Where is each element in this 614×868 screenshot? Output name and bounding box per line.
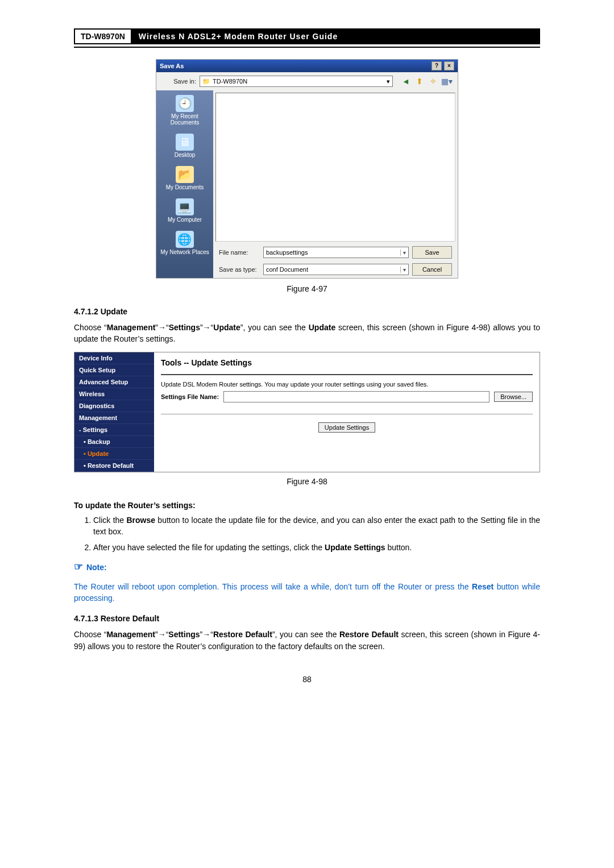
browse-button[interactable]: Browse...: [494, 392, 533, 402]
nav-quicksetup[interactable]: Quick Setup: [74, 364, 154, 376]
update-paragraph: Choose “Management”“Settings”“Update”, y…: [74, 322, 540, 345]
filename-combo[interactable]: backupsettings: [263, 247, 409, 258]
savein-value: TD-W8970N: [213, 78, 247, 85]
nav-restoredefault[interactable]: • Restore Default: [74, 460, 154, 472]
doc-header: TD-W8970N Wireless N ADSL2+ Modem Router…: [74, 28, 540, 44]
up-icon[interactable]: ⬆: [414, 76, 425, 86]
router-content: Tools -- Update Settings Update DSL Mode…: [154, 352, 540, 472]
place-recent[interactable]: 🕘My Recent Documents: [156, 95, 213, 126]
figure-97-caption: Figure 4-97: [74, 284, 540, 293]
tools-title: Tools -- Update Settings: [161, 358, 533, 367]
nav-backup[interactable]: • Backup: [74, 436, 154, 448]
router-ui-screenshot: Device Info Quick Setup Advanced Setup W…: [74, 352, 540, 472]
howto-list: Click the Browse button to locate the up…: [74, 514, 540, 554]
saveastype-combo[interactable]: conf Document: [263, 264, 409, 275]
settings-filename-input[interactable]: [223, 391, 489, 402]
figure-98-caption: Figure 4-98: [74, 477, 540, 486]
place-network[interactable]: 🌐My Network Places: [160, 231, 209, 255]
filename-label: File name:: [219, 249, 260, 256]
howto-step-2: After you have selected the file for upd…: [93, 542, 540, 553]
nav-deviceinfo[interactable]: Device Info: [74, 352, 154, 364]
file-list-area[interactable]: [215, 93, 455, 242]
model-label: TD-W8970N: [74, 28, 132, 44]
header-rule: [74, 47, 540, 48]
nav-diagnostics[interactable]: Diagnostics: [74, 400, 154, 412]
help-icon[interactable]: ?: [432, 61, 442, 70]
saveas-titlebar: Save As ? ×: [156, 60, 458, 72]
section-update-heading: 4.7.1.2 Update: [74, 307, 540, 316]
page-number: 88: [74, 675, 540, 684]
saveas-dialog: Save As ? × Save in: 📁 TD-W8970N ▾ ◄ ⬆ ✧…: [156, 59, 458, 279]
restore-paragraph: Choose “Management”“Settings”“Restore De…: [74, 629, 540, 652]
pointing-hand-icon: ☞: [74, 561, 83, 572]
saveas-title-text: Save As: [160, 63, 184, 69]
nav-advancedsetup[interactable]: Advanced Setup: [74, 376, 154, 388]
howto-step-1: Click the Browse button to locate the up…: [93, 514, 540, 538]
settings-filename-label: Settings File Name:: [161, 393, 219, 400]
nav-update[interactable]: • Update: [74, 448, 154, 460]
place-mycomputer[interactable]: 💻My Computer: [168, 198, 202, 223]
back-icon[interactable]: ◄: [401, 76, 411, 86]
place-desktop[interactable]: 🖥Desktop: [175, 134, 196, 158]
section-restore-heading: 4.7.1.3 Restore Default: [74, 614, 540, 623]
savein-label: Save in:: [162, 78, 196, 85]
update-settings-button[interactable]: Update Settings: [318, 422, 375, 433]
viewmenu-icon[interactable]: ▦▾: [442, 76, 452, 86]
place-mydocs[interactable]: 📂My Documents: [166, 166, 204, 190]
router-nav: Device Info Quick Setup Advanced Setup W…: [74, 352, 154, 472]
savein-combo[interactable]: 📁 TD-W8970N ▾: [200, 76, 393, 87]
nav-wireless[interactable]: Wireless: [74, 388, 154, 400]
howto-title: To update the Router’s settings:: [74, 501, 196, 510]
newfolder-icon[interactable]: ✧: [428, 76, 438, 86]
close-icon[interactable]: ×: [444, 61, 454, 70]
saveastype-label: Save as type:: [219, 266, 260, 273]
places-bar: 🕘My Recent Documents 🖥Desktop 📂My Docume…: [156, 90, 213, 278]
doc-title: Wireless N ADSL2+ Modem Router User Guid…: [132, 28, 540, 44]
note-body: The Router will reboot upon completion. …: [74, 581, 540, 604]
nav-settings[interactable]: - Settings: [74, 424, 154, 436]
folder-icon: 📁: [202, 78, 210, 85]
save-button[interactable]: Save: [412, 246, 452, 259]
nav-management[interactable]: Management: [74, 412, 154, 424]
note-heading: ☞ Note:: [74, 560, 540, 573]
tools-desc: Update DSL Modem Router settings. You ma…: [161, 381, 533, 388]
cancel-button[interactable]: Cancel: [412, 263, 452, 276]
